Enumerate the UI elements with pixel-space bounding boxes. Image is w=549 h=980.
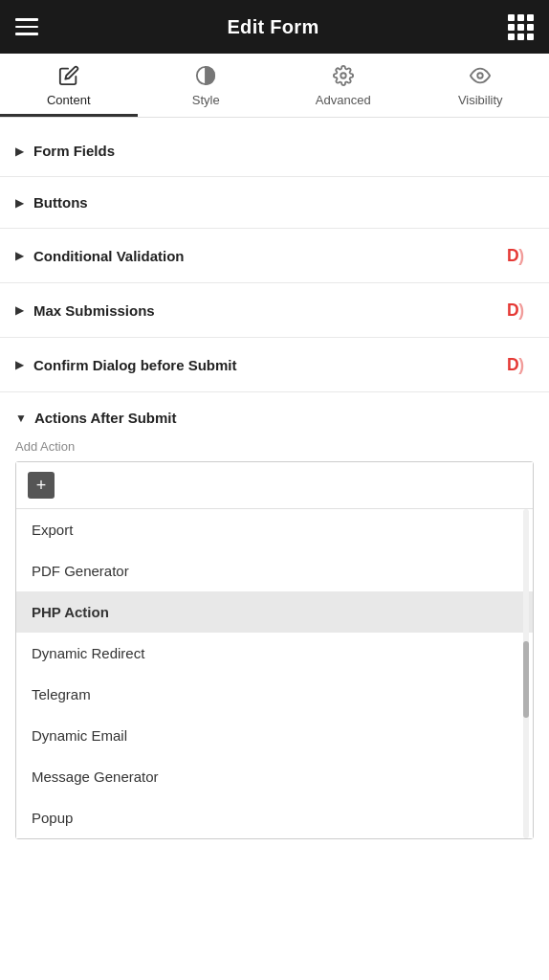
section-max-submissions[interactable]: ▶ Max Submissions D ) <box>0 283 549 338</box>
dropdown-item-telegram[interactable]: Telegram <box>16 674 533 715</box>
dropdown-item-pdf-generator[interactable]: PDF Generator <box>16 550 533 591</box>
tab-content-label: Content <box>47 93 91 107</box>
add-action-label: Add Action <box>15 439 534 454</box>
dropdown-list: Export PDF Generator PHP Action Dynamic … <box>16 509 533 838</box>
arrow-icon: ▶ <box>15 303 24 317</box>
pencil-icon <box>58 65 79 89</box>
svg-text:): ) <box>518 301 524 320</box>
gear-icon <box>333 65 354 89</box>
page-title: Edit Form <box>227 16 318 38</box>
section-max-submissions-label: Max Submissions <box>33 302 499 319</box>
section-conditional-validation[interactable]: ▶ Conditional Validation D ) <box>0 229 549 283</box>
svg-text:): ) <box>518 246 524 265</box>
svg-text:): ) <box>518 355 524 374</box>
svg-point-2 <box>478 73 484 78</box>
section-conditional-validation-label: Conditional Validation <box>33 248 499 264</box>
add-action-dropdown: + Export PDF Generator PHP Action Dynami… <box>15 461 534 839</box>
hamburger-menu-icon[interactable] <box>15 18 38 35</box>
dropdown-scroll-wrapper: Export PDF Generator PHP Action Dynamic … <box>16 509 533 838</box>
actions-after-submit-label: Actions After Submit <box>34 410 177 426</box>
section-confirm-dialog[interactable]: ▶ Confirm Dialog before Submit D ) <box>0 338 549 392</box>
dropdown-item-message-generator[interactable]: Message Generator <box>16 756 533 797</box>
style-icon <box>195 65 216 89</box>
tab-style-label: Style <box>192 93 220 107</box>
pro-badge-conditional: D ) <box>507 246 534 265</box>
tab-advanced-label: Advanced <box>316 93 371 107</box>
section-form-fields-label: Form Fields <box>33 143 534 159</box>
pro-badge-confirm-dialog: D ) <box>507 355 534 374</box>
tab-bar: Content Style Advanced Visibility <box>0 54 549 118</box>
dropdown-item-dynamic-email[interactable]: Dynamic Email <box>16 715 533 756</box>
tab-content[interactable]: Content <box>0 54 138 117</box>
dropdown-item-popup[interactable]: Popup <box>16 797 533 838</box>
svg-text:D: D <box>507 246 519 265</box>
dropdown-item-dynamic-redirect[interactable]: Dynamic Redirect <box>16 633 533 674</box>
actions-after-submit-section: ▼ Actions After Submit Add Action + Expo… <box>0 392 549 839</box>
arrow-icon: ▶ <box>15 196 24 210</box>
arrow-down-icon: ▼ <box>15 412 27 425</box>
section-confirm-dialog-label: Confirm Dialog before Submit <box>33 357 499 373</box>
dropdown-header: + <box>16 462 533 509</box>
section-buttons[interactable]: ▶ Buttons <box>0 177 549 229</box>
actions-after-submit-header[interactable]: ▼ Actions After Submit <box>15 410 534 426</box>
dropdown-item-export[interactable]: Export <box>16 509 533 550</box>
tab-visibility-label: Visibility <box>458 93 503 107</box>
arrow-icon: ▶ <box>15 249 24 262</box>
section-list: ▶ Form Fields ▶ Buttons ▶ Conditional Va… <box>0 125 549 392</box>
grid-menu-icon[interactable] <box>508 14 534 40</box>
tab-visibility[interactable]: Visibility <box>412 54 550 117</box>
add-action-button[interactable]: + <box>28 472 55 499</box>
tab-advanced[interactable]: Advanced <box>274 54 412 117</box>
arrow-icon: ▶ <box>15 358 24 371</box>
svg-point-1 <box>340 73 346 78</box>
svg-text:D: D <box>507 355 519 374</box>
svg-text:D: D <box>507 301 519 320</box>
pro-badge-max-submissions: D ) <box>507 301 534 320</box>
tab-style[interactable]: Style <box>138 54 275 117</box>
scrollbar-track <box>523 509 529 838</box>
eye-icon <box>470 65 491 89</box>
arrow-icon: ▶ <box>15 145 24 158</box>
scrollbar-thumb[interactable] <box>523 641 529 718</box>
section-form-fields[interactable]: ▶ Form Fields <box>0 125 549 177</box>
section-buttons-label: Buttons <box>33 194 534 211</box>
dropdown-item-php-action[interactable]: PHP Action <box>16 591 533 633</box>
header: Edit Form <box>0 0 549 54</box>
